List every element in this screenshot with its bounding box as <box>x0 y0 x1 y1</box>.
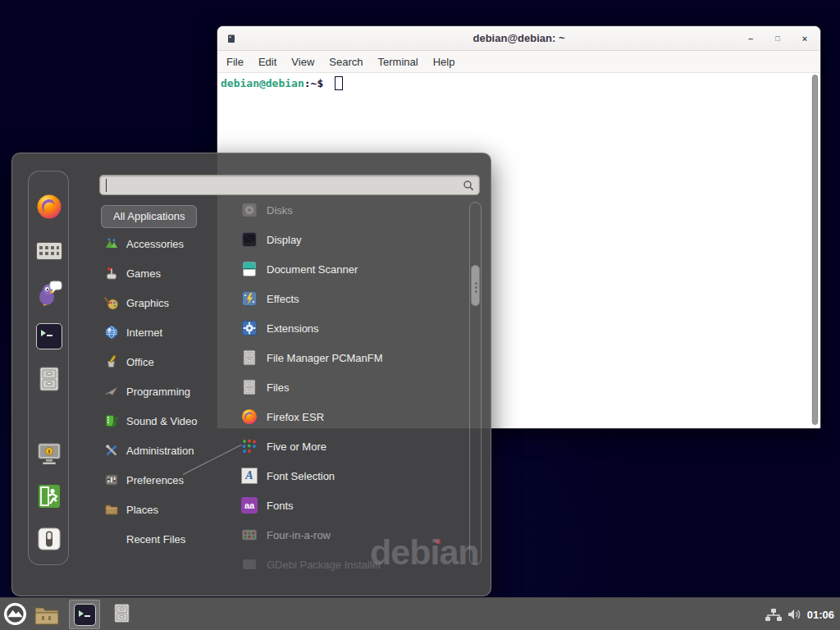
programming-icon <box>104 384 119 399</box>
file-manager-launcher[interactable] <box>112 603 132 627</box>
menu-file[interactable]: File <box>219 56 251 68</box>
app-disks[interactable]: Disks <box>217 195 468 225</box>
category-sound-video[interactable]: Sound & Video <box>101 406 224 436</box>
places-folder-icon <box>104 502 119 517</box>
log-out-icon <box>36 483 62 509</box>
search-icon <box>463 180 474 191</box>
app-document-scanner[interactable]: Document Scanner <box>217 254 468 284</box>
app-label: Effects <box>267 293 299 305</box>
terminal-icon <box>36 323 62 349</box>
app-label: Disks <box>267 204 293 217</box>
app-display[interactable]: Display <box>217 225 468 254</box>
log-out-button[interactable] <box>36 483 62 509</box>
terminal-titlebar[interactable]: debian@debian: ~ – □ × <box>217 26 820 51</box>
prompt-chevron <box>79 610 84 617</box>
terminal-launcher-active[interactable] <box>69 600 100 629</box>
minimize-icon[interactable]: – <box>742 30 760 47</box>
favorite-file-manager[interactable] <box>36 366 62 392</box>
app-list-scrollbar-thumb[interactable] <box>471 265 480 306</box>
search-caret <box>106 179 107 192</box>
menu-view[interactable]: View <box>284 56 322 68</box>
prompt-underscore <box>47 335 52 336</box>
accessories-icon <box>104 236 119 251</box>
app-five-or-more[interactable]: Five or More <box>217 431 468 461</box>
category-programming[interactable]: Programming <box>101 377 224 406</box>
search-input[interactable] <box>105 176 458 194</box>
files-launcher[interactable] <box>34 605 59 625</box>
fonts-glyph: aa <box>241 497 258 514</box>
administration-icon <box>104 443 119 458</box>
app-label: Five or More <box>267 441 326 453</box>
folder-icon <box>34 605 59 625</box>
shut-down-button[interactable] <box>36 526 62 552</box>
close-icon[interactable]: × <box>796 30 814 47</box>
app-label: Font Selection <box>267 470 335 482</box>
app-four-in-a-row[interactable]: Four-in-a-row <box>217 520 468 550</box>
maximize-icon[interactable]: □ <box>769 30 787 47</box>
application-menu: debian <box>11 153 491 596</box>
prompt-user-host: debian@debian <box>221 77 304 89</box>
effects-icon <box>241 290 258 307</box>
app-fonts[interactable]: aa Fonts <box>217 491 468 520</box>
app-label: Extensions <box>267 322 319 335</box>
category-accessories[interactable]: Accessories <box>101 229 224 258</box>
terminal-scrollbar[interactable] <box>811 75 819 425</box>
all-applications-button[interactable]: All Applications <box>101 205 197 228</box>
network-applet[interactable] <box>765 608 783 622</box>
category-label: Accessories <box>126 238 184 250</box>
app-files[interactable]: Files <box>217 372 468 402</box>
category-label: Recent Files <box>126 533 185 546</box>
menu-search-box[interactable] <box>99 175 480 195</box>
fonts-icon: aa <box>241 497 258 514</box>
favorite-terminal[interactable] <box>36 323 62 349</box>
app-effects[interactable]: Effects <box>217 284 468 313</box>
app-firefox-esr[interactable]: Firefox ESR <box>217 402 468 431</box>
category-label: Graphics <box>126 297 169 309</box>
app-gdebi-package-installer[interactable]: GDebi Package Installer <box>217 550 468 579</box>
font-selection-glyph: A <box>241 468 258 484</box>
category-recent-files[interactable]: Recent Files <box>101 524 224 554</box>
keyboard-keys-row <box>39 252 59 255</box>
favorite-pidgin[interactable] <box>36 280 62 306</box>
menu-help[interactable]: Help <box>426 56 463 68</box>
file-manager-icon <box>36 366 62 392</box>
category-graphics[interactable]: Graphics <box>101 288 224 317</box>
desktop: debian@debian: ~ – □ × File Edit View Se… <box>0 0 840 630</box>
menu-button[interactable] <box>3 602 27 626</box>
games-icon <box>104 266 119 281</box>
app-label: Fonts <box>267 500 294 512</box>
app-file-manager-pcmanfm[interactable]: File Manager PCManFM <box>217 343 468 372</box>
speaker-icon <box>788 608 802 621</box>
menu-search[interactable]: Search <box>322 56 370 68</box>
app-label: File Manager PCManFM <box>267 352 383 364</box>
category-label: Places <box>126 504 158 516</box>
category-games[interactable]: Games <box>101 258 224 288</box>
app-list-scrollbar-track[interactable] <box>469 202 482 565</box>
terminal-scrollbar-thumb[interactable] <box>812 75 818 425</box>
category-label: Games <box>126 267 161 280</box>
app-font-selection[interactable]: A Font Selection <box>217 461 468 491</box>
menu-terminal[interactable]: Terminal <box>371 56 426 68</box>
keyboard-keys-row <box>39 246 59 249</box>
category-preferences[interactable]: Preferences <box>101 465 224 495</box>
document-scanner-icon <box>241 261 258 277</box>
category-label: Administration <box>126 445 194 457</box>
distro-menu-icon <box>3 602 27 626</box>
category-places[interactable]: Places <box>101 495 224 524</box>
pidgin-icon <box>36 280 62 306</box>
lock-screen-icon <box>36 441 62 467</box>
favorite-firefox[interactable] <box>36 194 62 220</box>
disks-icon <box>241 202 258 218</box>
lock-screen-button[interactable] <box>36 441 62 467</box>
category-list: Accessories Games Graphics <box>101 229 224 554</box>
volume-applet[interactable] <box>788 608 802 621</box>
application-list: Disks Display Document Scanner <box>217 195 468 579</box>
clock[interactable]: 01:06 <box>807 609 834 621</box>
category-label: Sound & Video <box>126 415 198 427</box>
menu-edit[interactable]: Edit <box>251 56 284 68</box>
favorite-virtual-keyboard[interactable] <box>36 238 62 264</box>
category-internet[interactable]: Internet <box>101 317 224 347</box>
category-office[interactable]: Office <box>101 347 224 377</box>
category-administration[interactable]: Administration <box>101 436 224 465</box>
app-extensions[interactable]: Extensions <box>217 313 468 343</box>
